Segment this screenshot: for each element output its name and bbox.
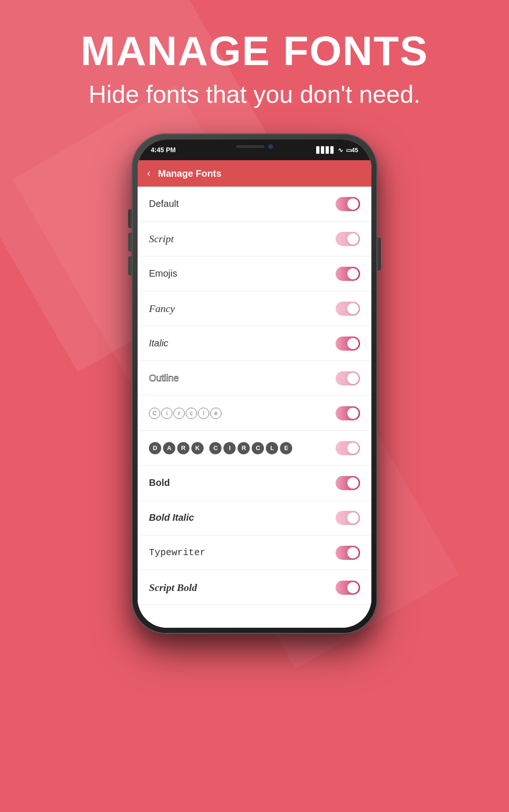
signal-icon: ▋▋▋▋ [316,147,335,154]
front-camera [268,144,273,149]
toggle-bold[interactable] [336,476,360,490]
wifi-icon: ∿ [338,147,343,154]
toggle-bold-italic[interactable] [336,511,360,525]
font-item-italic[interactable]: Italic [138,326,371,361]
font-name-emojis: Emojis [149,268,177,279]
font-name-typewriter: Typewriter [149,547,205,558]
font-item-script-bold[interactable]: Script Bold [138,570,371,605]
font-item-circle[interactable]: C i r c l e [138,396,371,431]
font-name-fancy: Fancy [149,303,175,315]
font-name-dark-circle: D A R K C I R C L [149,442,292,454]
font-name-script-bold: Script Bold [149,582,197,594]
font-item-bold-italic[interactable]: Bold Italic [138,500,371,535]
font-name-circle: C i r c l e [149,408,222,419]
page-root: MANAGE FONTS Hide fonts that you don't n… [0,0,509,812]
font-item-typewriter[interactable]: Typewriter [138,535,371,570]
toggle-dark-circle[interactable] [336,441,360,455]
app-bar-title: Manage Fonts [158,168,221,179]
phone-outer-shell: 4:45 PM ▋▋▋▋ ∿ ▭45 ‹ Manage Fonts [132,134,377,633]
toggle-default[interactable] [336,197,360,211]
font-item-default[interactable]: Default [138,187,371,221]
phone-notch [217,139,292,154]
toggle-emojis[interactable] [336,267,360,281]
app-header: ‹ Manage Fonts [138,160,371,187]
font-name-italic: Italic [149,338,168,349]
font-item-bold[interactable]: Bold [138,466,371,500]
font-list: Default Script Emojis [138,187,371,628]
font-item-outline[interactable]: Outline [138,361,371,396]
phone-device: 4:45 PM ▋▋▋▋ ∿ ▭45 ‹ Manage Fonts [132,134,377,633]
font-item-dark-circle[interactable]: D A R K C I R C L [138,431,371,466]
screen-content: ‹ Manage Fonts Default Script [138,160,371,628]
toggle-script-bold[interactable] [336,581,360,595]
status-icons: ▋▋▋▋ ∿ ▭45 [316,147,358,154]
back-button[interactable]: ‹ [147,167,150,180]
toggle-italic[interactable] [336,336,360,351]
toggle-typewriter[interactable] [336,546,360,560]
font-item-fancy[interactable]: Fancy [138,291,371,326]
battery-icon: ▭45 [346,147,358,154]
font-name-bold-italic: Bold Italic [149,512,194,523]
font-name-default: Default [149,198,179,209]
toggle-script[interactable] [336,232,360,246]
font-name-outline: Outline [149,373,179,384]
phone-screen: 4:45 PM ▋▋▋▋ ∿ ▭45 ‹ Manage Fonts [138,139,371,628]
speaker [236,145,264,148]
toggle-circle[interactable] [336,406,360,420]
toggle-fancy[interactable] [336,302,360,316]
font-item-emojis[interactable]: Emojis [138,256,371,291]
font-item-script[interactable]: Script [138,221,371,256]
status-time: 4:45 PM [151,146,176,154]
font-name-bold: Bold [149,477,170,488]
font-name-script: Script [149,233,174,245]
toggle-outline[interactable] [336,371,360,385]
